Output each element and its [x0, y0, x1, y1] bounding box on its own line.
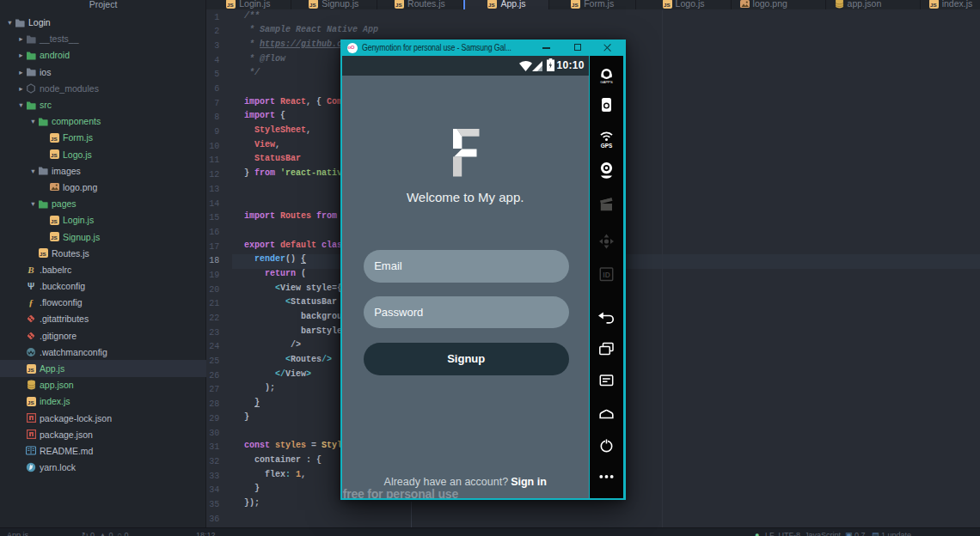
- svg-text:JS: JS: [572, 2, 579, 8]
- svg-text:JS: JS: [309, 2, 316, 8]
- svg-text:JS: JS: [28, 399, 34, 405]
- svg-text:JS: JS: [51, 136, 58, 142]
- svg-text:JS: JS: [395, 2, 402, 8]
- svg-text:JS: JS: [28, 367, 34, 373]
- svg-text:GAPPS: GAPPS: [601, 80, 614, 84]
- svg-text:JS: JS: [51, 234, 58, 241]
- svg-text:JS: JS: [227, 2, 234, 8]
- svg-text:JS: JS: [51, 218, 58, 224]
- svg-text:JS: JS: [664, 2, 671, 8]
- svg-text:ID: ID: [603, 271, 611, 280]
- svg-text:JS: JS: [489, 2, 496, 8]
- svg-text:JS: JS: [930, 2, 937, 8]
- svg-text:GPS: GPS: [601, 143, 612, 149]
- svg-text:JS: JS: [40, 252, 46, 258]
- svg-text:JS: JS: [51, 152, 58, 158]
